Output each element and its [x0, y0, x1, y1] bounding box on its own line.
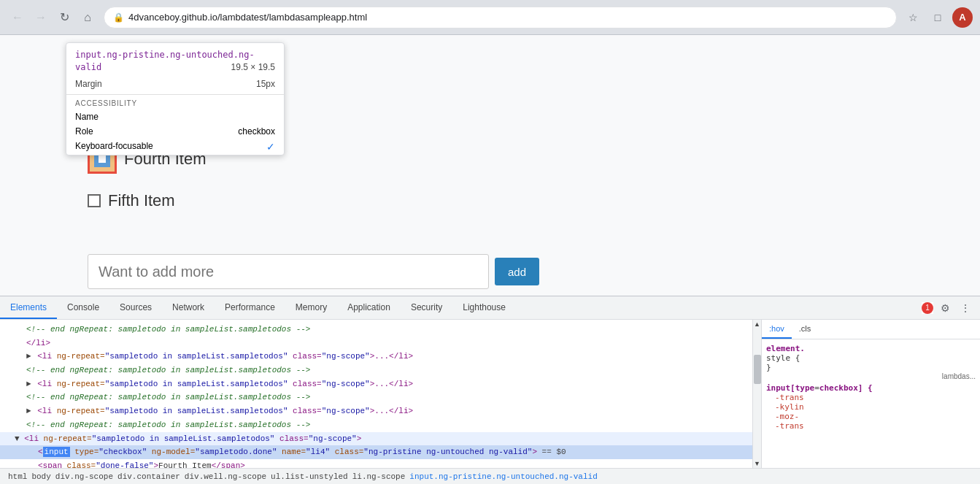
extension-button[interactable]: □ — [927, 7, 948, 28]
add-todo-input[interactable] — [88, 254, 489, 289]
tab-sources[interactable]: Sources — [109, 296, 162, 319]
breadcrumb-body[interactable]: body — [29, 472, 53, 481]
tab-memory[interactable]: Memory — [285, 296, 337, 319]
devtools-content: <!-- end ngRepeat: sampletodo in sampleL… — [0, 320, 980, 468]
dom-line[interactable]: ► <li ng-repeat="sampletodo in sampleLis… — [0, 404, 752, 418]
breadcrumb-html[interactable]: html — [6, 472, 29, 481]
add-button[interactable]: add — [495, 258, 539, 285]
breadcrumb-li[interactable]: li.ng-scope — [350, 472, 408, 481]
home-button[interactable]: ⌂ — [77, 7, 98, 28]
fifth-item-label: Fifth Item — [108, 191, 175, 210]
breadcrumb-bar: html body div.ng-scope div.container div… — [0, 468, 980, 484]
styles-content: element. style { } lambdas... input[type… — [762, 339, 980, 438]
add-row: add — [88, 254, 539, 289]
devtools-right-actions: 1 ⚙ ⋮ — [922, 299, 980, 317]
dom-line[interactable]: ► <li ng-repeat="sampletodo in sampleLis… — [0, 350, 752, 364]
more-options-icon[interactable]: ⋮ — [957, 299, 974, 317]
inspector-popup: input.ng-pristine.ng-untouched.ng-valid … — [66, 42, 285, 155]
dom-line[interactable]: </li> — [0, 337, 752, 350]
tab-application[interactable]: Application — [337, 296, 401, 319]
inspector-accessibility-title: ACCESSIBILITY — [66, 94, 284, 110]
dom-line[interactable]: <span class="done-false">Fourth Item</sp… — [0, 459, 752, 468]
tab-elements[interactable]: Elements — [0, 296, 57, 319]
tab-console[interactable]: Console — [57, 296, 109, 319]
error-count: 1 — [922, 302, 933, 314]
scroll-track[interactable] — [753, 329, 761, 459]
browser-chrome: ← → ↻ ⌂ 🔒 ☆ □ A — [0, 0, 980, 35]
todo-item-fifth: Fifth Item — [88, 191, 206, 210]
forward-button[interactable]: → — [31, 7, 51, 28]
main-area: input.ng-pristine.ng-untouched.ng-valid … — [0, 35, 980, 484]
error-badge: 1 — [922, 302, 933, 314]
inspector-element-name: input.ng-pristine.ng-untouched.ng-valid … — [66, 43, 284, 77]
breadcrumb-div-ng-scope[interactable]: div.ng-scope — [53, 472, 115, 481]
back-button[interactable]: ← — [7, 7, 28, 28]
styles-tab-hov[interactable]: :hov — [762, 320, 792, 339]
address-bar[interactable]: 🔒 — [104, 7, 897, 28]
dom-line[interactable]: ► <li ng-repeat="sampletodo in sampleLis… — [0, 377, 752, 391]
style-rule-checkbox: input[type=checkbox] { -trans -kylin -mo… — [766, 383, 976, 431]
avatar[interactable]: A — [952, 7, 973, 28]
scroll-thumb[interactable] — [754, 355, 761, 384]
reload-button[interactable]: ↻ — [54, 7, 74, 28]
styles-panel: :hov .cls element. style { } lambdas... — [761, 320, 980, 468]
dom-panel[interactable]: <!-- end ngRepeat: sampletodo in sampleL… — [0, 320, 752, 468]
inspector-margin-row: Margin 15px — [66, 77, 284, 91]
fifth-item-checkbox[interactable] — [88, 194, 101, 207]
dom-line[interactable]: <!-- end ngRepeat: sampletodo in sampleL… — [0, 364, 752, 377]
star-button[interactable]: ☆ — [903, 7, 923, 28]
tab-lighthouse[interactable]: Lighthouse — [452, 296, 516, 319]
devtools-panel: Elements Console Sources Network Perform… — [0, 296, 980, 484]
inspector-keyboard-row: Keyboard-focusable ✓ — [66, 139, 284, 155]
settings-icon[interactable]: ⚙ — [936, 299, 954, 317]
dom-line[interactable]: <!-- end ngRepeat: sampletodo in sampleL… — [0, 391, 752, 404]
tab-network[interactable]: Network — [162, 296, 215, 319]
breadcrumb-div-container[interactable]: div.container — [115, 472, 182, 481]
devtools-scrollbar[interactable]: ▲ ▼ — [752, 320, 761, 468]
tab-security[interactable]: Security — [401, 296, 452, 319]
devtools-toolbar: Elements Console Sources Network Perform… — [0, 296, 980, 320]
style-rule-element: element. style { } lambdas... — [766, 344, 976, 380]
scroll-down-arrow[interactable]: ▼ — [753, 459, 762, 468]
styles-tab-cls[interactable]: .cls — [792, 320, 819, 339]
page-content: input.ng-pristine.ng-untouched.ng-valid … — [0, 35, 980, 484]
dom-line-highlighted[interactable]: <input type="checkbox" ng-model="samplet… — [0, 445, 752, 459]
dom-line[interactable]: <!-- end ngRepeat: sampletodo in sampleL… — [0, 418, 752, 432]
lock-icon: 🔒 — [113, 12, 124, 23]
url-input[interactable] — [128, 12, 887, 23]
dom-line[interactable]: <!-- end ngRepeat: sampletodo in sampleL… — [0, 323, 752, 337]
inspector-role-row: Role checkbox — [66, 124, 284, 139]
todo-items: Fourth Item Fifth Item — [88, 145, 206, 228]
nav-buttons: ← → ↻ ⌂ — [7, 7, 98, 28]
style-source-lambdas: lambdas... — [766, 372, 976, 380]
browser-actions: ☆ □ A — [903, 7, 973, 28]
inspector-name-row: Name — [66, 110, 284, 124]
scroll-up-arrow[interactable]: ▲ — [753, 320, 762, 329]
keyboard-focusable-check: ✓ — [266, 141, 275, 153]
breadcrumb-ul[interactable]: ul.list-unstyled — [269, 472, 350, 481]
dom-line-selected[interactable]: ▼ <li ng-repeat="sampletodo in sampleLis… — [0, 432, 752, 446]
breadcrumb-input[interactable]: input.ng-pristine.ng-untouched.ng-valid — [407, 472, 599, 481]
styles-panel-header: :hov .cls — [762, 320, 980, 339]
tab-performance[interactable]: Performance — [215, 296, 285, 319]
breadcrumb-div-well[interactable]: div.well.ng-scope — [182, 472, 269, 481]
